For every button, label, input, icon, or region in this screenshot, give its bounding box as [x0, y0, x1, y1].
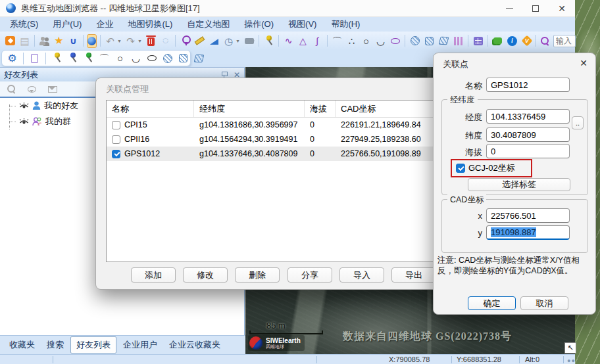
menu-help[interactable]: 帮助(H): [324, 17, 367, 32]
contacts-icon[interactable]: [38, 35, 51, 47]
tab-favorites[interactable]: 收藏夹: [4, 337, 40, 353]
lasso-select-icon[interactable]: ◌: [159, 35, 172, 47]
hatched-polygon2-icon[interactable]: [193, 52, 205, 64]
new-icon[interactable]: [4, 35, 16, 47]
circle2-icon[interactable]: ○: [114, 52, 126, 64]
minimize-button[interactable]: [496, 0, 522, 16]
hatched-rect2-icon[interactable]: [177, 52, 189, 64]
undo-icon[interactable]: ↶: [104, 35, 116, 47]
curve-arc2-icon[interactable]: ◡: [130, 52, 142, 64]
message-chat-icon[interactable]: [491, 35, 504, 47]
pushpin-yellow-icon[interactable]: [51, 52, 63, 64]
friend-search-icon[interactable]: [5, 83, 18, 95]
polyline-wave-icon[interactable]: ∿: [282, 35, 295, 47]
history-dropdown-icon[interactable]: ▼: [236, 39, 241, 43]
info-icon[interactable]: i: [506, 35, 518, 47]
save-icon[interactable]: ▤: [18, 35, 31, 47]
tab-enterprise-users[interactable]: 企业用户: [118, 337, 162, 353]
menu-custom-map[interactable]: 自定义地图: [180, 17, 237, 32]
hatched-polygon-icon[interactable]: [438, 35, 450, 47]
pushpin-blue-icon[interactable]: [66, 52, 79, 64]
resize-grip-icon[interactable]: ●●: [567, 357, 576, 364]
redo-dropdown-icon[interactable]: ▼: [138, 39, 143, 43]
color-bars-icon[interactable]: [452, 35, 464, 47]
altitude-input[interactable]: [486, 144, 570, 158]
friend-mail-icon[interactable]: [46, 83, 59, 95]
arc2-icon[interactable]: ⌒: [98, 52, 111, 64]
settings-gear-icon[interactable]: ⚙: [6, 52, 18, 64]
hatched-circle2-icon[interactable]: [161, 52, 174, 64]
area-measure-icon[interactable]: [208, 35, 220, 47]
col-cad[interactable]: CAD坐标: [336, 101, 436, 117]
pan-corner-button[interactable]: ↖: [564, 342, 576, 353]
longitude-input[interactable]: [486, 109, 570, 124]
delete-trash-icon[interactable]: [145, 35, 157, 47]
ellipse-icon[interactable]: [389, 35, 401, 47]
vip-diamond-icon[interactable]: V: [520, 35, 533, 47]
delete-button[interactable]: 删除: [235, 267, 280, 283]
menu-enterprise[interactable]: 企业: [89, 17, 120, 32]
export-button[interactable]: 导出: [391, 267, 436, 283]
tab-friends-list[interactable]: 好友列表: [70, 336, 116, 353]
curve-arc-icon[interactable]: ◡: [374, 35, 387, 47]
ok-button[interactable]: 确定: [468, 296, 516, 310]
route-uturn-icon[interactable]: ∪: [67, 35, 80, 47]
menu-user[interactable]: 用户(U): [45, 17, 89, 32]
visibility-eye-icon[interactable]: [19, 118, 29, 126]
menu-map-switch[interactable]: 地图切换(L): [120, 17, 180, 32]
pushpin-green-icon[interactable]: [82, 52, 95, 64]
table-row-selected[interactable]: GPS1012 g104.1337646,30.4087809 0 225766…: [107, 147, 436, 161]
search-icon[interactable]: [539, 35, 551, 47]
favorite-star-icon[interactable]: ★: [53, 35, 65, 47]
location-pin-icon[interactable]: [179, 35, 191, 47]
cancel-button[interactable]: 取消: [520, 296, 568, 310]
redo-icon[interactable]: ↷: [124, 35, 137, 47]
close-button[interactable]: ✕: [549, 0, 575, 16]
more-coords-button[interactable]: ..: [572, 116, 584, 129]
col-lonlat[interactable]: 经纬度: [194, 101, 305, 117]
history-clock-icon[interactable]: ◷: [222, 35, 235, 47]
freehand-curve-icon[interactable]: ∫: [311, 35, 324, 47]
row-checkbox[interactable]: [112, 121, 120, 129]
tab-enterprise-cloud[interactable]: 企业云收藏夹: [164, 337, 226, 353]
dock-pin-icon[interactable]: [221, 72, 227, 78]
visibility-eye-icon[interactable]: [19, 102, 29, 110]
menu-operation[interactable]: 操作(O): [237, 17, 281, 32]
circle-icon[interactable]: ○: [360, 35, 372, 47]
table-row[interactable]: CPI15 g104.1381686,30.3956997 0 226191.2…: [107, 118, 436, 132]
ruler-icon[interactable]: [193, 35, 206, 47]
latitude-input[interactable]: [486, 127, 570, 142]
add-button[interactable]: 添加: [131, 267, 176, 283]
menu-system[interactable]: 系统(S): [3, 17, 45, 32]
data-table-icon[interactable]: [472, 35, 484, 47]
maximize-button[interactable]: [522, 0, 549, 16]
row-checkbox[interactable]: [112, 135, 120, 144]
modify-button[interactable]: 修改: [183, 267, 228, 283]
ellipse2-icon[interactable]: [145, 52, 158, 64]
hatched-rect-icon[interactable]: [423, 35, 436, 47]
dialog-close-icon[interactable]: ✕: [578, 57, 589, 69]
tab-search[interactable]: 搜索: [41, 337, 69, 353]
select-tag-button[interactable]: 选择标签: [468, 178, 570, 191]
multipoint-icon[interactable]: ∴: [345, 35, 358, 47]
import-button[interactable]: 导入: [339, 267, 384, 283]
col-name[interactable]: 名称: [107, 101, 194, 117]
col-altitude[interactable]: 海拔: [305, 101, 336, 117]
table-row[interactable]: CPII16 g104.1564294,30.3919491 0 227949.…: [107, 132, 436, 147]
undo-dropdown-icon[interactable]: ▼: [117, 39, 122, 43]
friend-chat-icon[interactable]: [26, 83, 38, 95]
view-3d-icon[interactable]: [87, 34, 97, 48]
hatched-circle-icon[interactable]: [409, 35, 421, 47]
document-icon[interactable]: [28, 52, 41, 64]
camera-icon[interactable]: [243, 35, 255, 47]
arc-icon[interactable]: ⌒: [331, 35, 343, 47]
cad-x-input[interactable]: [486, 208, 570, 223]
toolbar-search-input[interactable]: [553, 35, 576, 47]
pushpin-dart-icon[interactable]: [262, 35, 275, 47]
cad-y-input-focused[interactable]: 191098.887: [486, 225, 570, 240]
name-input[interactable]: [486, 78, 570, 92]
menu-view[interactable]: 视图(V): [281, 17, 324, 32]
share-button[interactable]: 分享: [288, 267, 332, 283]
polygon-triangle-icon[interactable]: △: [297, 35, 309, 47]
row-checkbox-checked[interactable]: [112, 150, 120, 158]
